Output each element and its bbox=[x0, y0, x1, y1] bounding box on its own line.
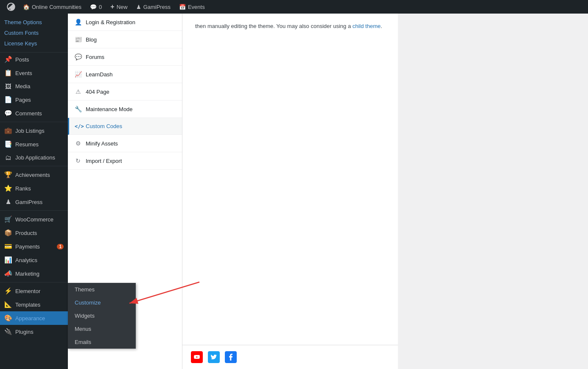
adminbar-home[interactable]: 🏠 Online Communities bbox=[19, 0, 86, 14]
sidebar-item-payments[interactable]: 💳 Payments 1 bbox=[0, 240, 68, 253]
sidebar-item-events[interactable]: 📋 Events bbox=[0, 66, 68, 80]
sub-nav-custom-codes[interactable]: </> Custom Codes bbox=[68, 118, 182, 135]
sidebar-license-keys[interactable]: License Keys bbox=[0, 38, 68, 49]
sub-nav-minify[interactable]: ⚙ Minify Assets bbox=[68, 135, 182, 152]
blog-icon: 📰 bbox=[75, 36, 81, 43]
sidebar-item-comments[interactable]: 💬 Comments bbox=[0, 106, 68, 120]
child-theme-link[interactable]: child theme bbox=[353, 23, 381, 29]
products-icon: 📦 bbox=[4, 229, 12, 237]
achievements-icon: 🏆 bbox=[4, 171, 12, 179]
adminbar-new[interactable]: + New bbox=[106, 0, 132, 14]
sidebar-item-gamipress[interactable]: ♟ GamiPress bbox=[0, 195, 68, 209]
appearance-widgets[interactable]: Widgets bbox=[68, 309, 136, 322]
main-content-text: then manually editing the theme. You may… bbox=[195, 22, 385, 31]
comments-icon: 💬 bbox=[90, 4, 97, 10]
learndash-icon: 📈 bbox=[75, 71, 81, 78]
elementor-icon: ⚡ bbox=[4, 287, 12, 295]
appearance-themes[interactable]: Themes bbox=[68, 283, 136, 296]
sub-nav-maintenance[interactable]: 🔧 Maintenance Mode bbox=[68, 101, 182, 118]
sidebar-item-posts[interactable]: 📌 Posts bbox=[0, 53, 68, 66]
plus-icon: + bbox=[110, 3, 114, 11]
twitter-icon[interactable] bbox=[208, 351, 220, 363]
maintenance-icon: 🔧 bbox=[75, 106, 81, 112]
adminbar-events[interactable]: 📅 Events bbox=[175, 0, 209, 14]
adminbar-comments[interactable]: 💬 0 bbox=[86, 0, 106, 14]
comments-sidebar-icon: 💬 bbox=[4, 109, 12, 117]
appearance-icon: 🎨 bbox=[4, 314, 12, 322]
sidebar-item-resumes[interactable]: 📑 Resumes bbox=[0, 137, 68, 151]
sidebar-item-media[interactable]: 🖼 Media bbox=[0, 80, 68, 93]
social-bar bbox=[182, 345, 398, 369]
appearance-customize[interactable]: Customize bbox=[68, 296, 136, 309]
events-icon: 📅 bbox=[179, 4, 186, 10]
sub-nav-404[interactable]: ⚠ 404 Page bbox=[68, 83, 182, 101]
sidebar-item-plugins[interactable]: 🔌 Plugins bbox=[0, 325, 68, 338]
404-icon: ⚠ bbox=[75, 88, 81, 95]
sidebar-item-marketing[interactable]: 📣 Marketing bbox=[0, 267, 68, 280]
payments-badge: 1 bbox=[57, 244, 64, 249]
sub-nav-forums[interactable]: 💬 Forums bbox=[68, 48, 182, 66]
sidebar-item-appearance[interactable]: 🎨 Appearance bbox=[0, 311, 68, 325]
events-sidebar-icon: 📋 bbox=[4, 69, 12, 77]
home-icon: 🏠 bbox=[23, 4, 30, 10]
plugins-icon: 🔌 bbox=[4, 328, 12, 335]
sub-nav-login-registration[interactable]: 👤 Login & Registration bbox=[68, 14, 182, 31]
templates-icon: 📐 bbox=[4, 301, 12, 308]
login-icon: 👤 bbox=[75, 19, 81, 25]
sub-nav-blog[interactable]: 📰 Blog bbox=[68, 31, 182, 48]
sidebar-top-links: Theme Options Custom Fonts License Keys bbox=[0, 14, 68, 53]
appearance-menus[interactable]: Menus bbox=[68, 322, 136, 335]
sidebar-item-job-applications[interactable]: 🗂 Job Applications bbox=[0, 151, 68, 164]
resumes-icon: 📑 bbox=[4, 140, 12, 148]
wp-logo[interactable] bbox=[3, 0, 19, 14]
forums-icon: 💬 bbox=[75, 53, 81, 60]
sidebar-item-ranks[interactable]: ⭐ Ranks bbox=[0, 182, 68, 195]
sidebar-item-job-listings[interactable]: 💼 Job Listings bbox=[0, 124, 68, 137]
sidebar-item-templates[interactable]: 📐 Templates bbox=[0, 298, 68, 311]
job-applications-icon: 🗂 bbox=[4, 154, 12, 161]
main-panel: then manually editing the theme. You may… bbox=[182, 14, 398, 369]
sidebar-theme-options[interactable]: Theme Options bbox=[0, 17, 68, 28]
sub-nav-import-export[interactable]: ↻ Import / Export bbox=[68, 152, 182, 170]
sidebar-item-products[interactable]: 📦 Products bbox=[0, 226, 68, 240]
sub-nav-learndash[interactable]: 📈 LearnDash bbox=[68, 66, 182, 83]
gamipress-icon: ♟ bbox=[136, 4, 141, 10]
sidebar: Theme Options Custom Fonts License Keys … bbox=[0, 14, 68, 369]
marketing-icon: 📣 bbox=[4, 270, 12, 277]
sidebar-custom-fonts[interactable]: Custom Fonts bbox=[0, 28, 68, 38]
appearance-submenu: Themes Customize Widgets Menus Emails bbox=[68, 283, 136, 349]
ranks-icon: ⭐ bbox=[4, 184, 12, 192]
posts-icon: 📌 bbox=[4, 56, 12, 63]
pages-icon: 📄 bbox=[4, 96, 12, 103]
sidebar-item-woocommerce[interactable]: 🛒 WooCommerce bbox=[0, 212, 68, 226]
payments-icon: 💳 bbox=[4, 243, 12, 250]
minify-icon: ⚙ bbox=[75, 140, 81, 147]
sidebar-item-elementor[interactable]: ⚡ Elementor bbox=[0, 284, 68, 298]
sidebar-item-pages[interactable]: 📄 Pages bbox=[0, 93, 68, 106]
adminbar-gamipress[interactable]: ♟ GamiPress bbox=[132, 0, 175, 14]
sidebar-item-analytics[interactable]: 📊 Analytics bbox=[0, 253, 68, 267]
youtube-icon[interactable] bbox=[191, 351, 203, 363]
appearance-emails[interactable]: Emails bbox=[68, 335, 136, 349]
gamipress-sidebar-icon: ♟ bbox=[4, 198, 12, 206]
gray-area bbox=[398, 14, 588, 369]
import-export-icon: ↻ bbox=[75, 157, 81, 164]
media-icon: 🖼 bbox=[4, 83, 12, 90]
analytics-icon: 📊 bbox=[4, 256, 12, 264]
sidebar-item-achievements[interactable]: 🏆 Achievements bbox=[0, 168, 68, 182]
facebook-icon[interactable] bbox=[225, 351, 237, 363]
custom-codes-icon: </> bbox=[75, 123, 81, 129]
admin-bar: 🏠 Online Communities 💬 0 + New ♟ GamiPre… bbox=[0, 0, 588, 14]
job-listings-icon: 💼 bbox=[4, 127, 12, 134]
woocommerce-icon: 🛒 bbox=[4, 215, 12, 223]
